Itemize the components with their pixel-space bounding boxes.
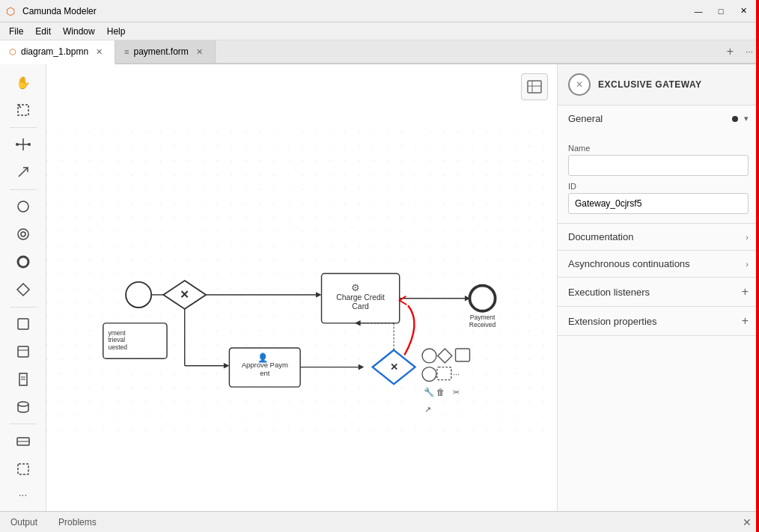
svg-text:Received: Received: [469, 321, 496, 328]
svg-text:trieval: trieval: [108, 336, 125, 343]
bottom-close[interactable]: ✕: [743, 516, 752, 528]
tab-payment-close[interactable]: ✕: [193, 46, 206, 58]
tab-bar: ⬡ diagram_1.bpmn ✕ ≡ payment.form ✕ + ··…: [0, 40, 759, 64]
tool-arrow[interactable]: [8, 160, 38, 185]
async-chevron: ›: [746, 260, 749, 269]
id-field-label: ID: [568, 182, 749, 191]
svg-rect-61: [437, 367, 451, 380]
tool-divider-4: [10, 424, 37, 424]
svg-text:ent: ent: [260, 369, 270, 377]
canvas[interactable]: ✕ yment trieval uested ⚙ Charge Credit C…: [46, 64, 557, 511]
right-panel: ✕ EXCLUSIVE GATEWAY General ▾ Name ID Do…: [557, 64, 759, 511]
general-section: General ▾ Name ID: [558, 106, 759, 224]
tool-rect-dashed[interactable]: [8, 456, 38, 481]
tool-hand[interactable]: ✋: [8, 70, 38, 95]
extension-section-title: Extension properties: [568, 316, 742, 327]
svg-point-5: [28, 143, 31, 146]
async-section-title: Asynchronous continuations: [568, 258, 746, 269]
svg-text:🗑: 🗑: [436, 388, 445, 397]
gateway-icon: ✕: [564, 69, 595, 100]
bottom-bar: Output Problems ✕: [0, 511, 759, 532]
id-field-input[interactable]: [568, 193, 749, 214]
svg-text:✂: ✂: [453, 388, 460, 397]
menu-bar: File Edit Window Help: [0, 22, 759, 40]
window-controls: — □ ✕: [689, 3, 753, 19]
tab-payment-icon: ≡: [124, 47, 129, 56]
tool-doc[interactable]: [8, 367, 38, 391]
tool-rect-task[interactable]: [8, 339, 38, 364]
svg-text:···: ···: [453, 370, 460, 379]
panel-title: EXCLUSIVE GATEWAY: [598, 79, 702, 90]
menu-window[interactable]: Window: [57, 25, 101, 38]
tool-rect-split[interactable]: [8, 429, 38, 453]
tool-circle-dot[interactable]: [8, 222, 38, 247]
tool-circle-bold[interactable]: [8, 250, 38, 275]
close-button[interactable]: ✕: [734, 3, 753, 19]
async-section-header[interactable]: Asynchronous continuations ›: [558, 251, 759, 277]
tool-connect[interactable]: [8, 132, 38, 157]
extension-section-header[interactable]: Extension properties +: [558, 307, 759, 335]
maximize-button[interactable]: □: [711, 3, 731, 19]
svg-text:Card: Card: [352, 302, 369, 311]
svg-text:✕: ✕: [180, 288, 189, 301]
tool-db[interactable]: [8, 394, 38, 419]
svg-rect-59: [456, 349, 470, 361]
tool-circle-empty[interactable]: [8, 195, 38, 219]
general-section-title: General: [568, 113, 732, 124]
listeners-section: Execution listeners +: [558, 278, 759, 307]
listeners-section-header[interactable]: Execution listeners +: [558, 278, 759, 306]
tab-payment-label: payment.form: [133, 46, 188, 57]
tool-divider-3: [10, 307, 37, 308]
problems-tab[interactable]: Problems: [55, 516, 100, 529]
title-bar: ⬡ Camunda Modeler — □ ✕: [0, 0, 759, 22]
tab-diagram-label: diagram_1.bpmn: [21, 46, 88, 57]
svg-point-8: [18, 229, 28, 239]
svg-point-7: [18, 201, 28, 212]
svg-text:⚙: ⚙: [351, 282, 360, 293]
listeners-plus[interactable]: +: [742, 285, 749, 299]
svg-rect-12: [18, 319, 28, 329]
svg-line-6: [19, 168, 28, 177]
tab-diagram-close[interactable]: ✕: [93, 46, 106, 58]
minimize-button[interactable]: —: [689, 3, 708, 19]
name-field-input[interactable]: [568, 155, 749, 176]
main-area: ✋: [0, 64, 759, 511]
tool-rect[interactable]: [8, 311, 38, 336]
extension-plus[interactable]: +: [742, 314, 749, 328]
red-accent: [756, 0, 759, 532]
svg-point-9: [21, 232, 25, 236]
async-section: Asynchronous continuations ›: [558, 251, 759, 278]
svg-text:🔧: 🔧: [424, 387, 435, 397]
tool-lasso[interactable]: [8, 98, 38, 123]
tab-diagram-icon: ⬡: [9, 47, 16, 57]
svg-point-60: [422, 367, 436, 382]
menu-edit[interactable]: Edit: [29, 25, 57, 38]
output-tab[interactable]: Output: [7, 516, 40, 529]
tab-diagram[interactable]: ⬡ diagram_1.bpmn ✕: [0, 40, 115, 64]
tool-more[interactable]: ···: [14, 484, 32, 505]
tab-add-button[interactable]: +: [721, 40, 740, 63]
general-section-body: Name ID: [558, 132, 759, 223]
svg-point-26: [126, 282, 151, 308]
menu-help[interactable]: Help: [101, 25, 132, 38]
tool-diamond[interactable]: [8, 278, 38, 302]
app-title: Camunda Modeler: [22, 6, 689, 16]
app-icon: ⬡: [6, 5, 18, 17]
svg-text:↗: ↗: [424, 405, 431, 414]
diagram-svg: ✕ yment trieval uested ⚙ Charge Credit C…: [46, 64, 557, 511]
general-section-header[interactable]: General ▾: [558, 106, 759, 132]
extension-section: Extension properties +: [558, 307, 759, 336]
svg-point-10: [18, 257, 28, 267]
svg-point-4: [16, 143, 19, 146]
panel-header: ✕ EXCLUSIVE GATEWAY: [558, 64, 759, 106]
documentation-section: Documentation ›: [558, 224, 759, 251]
svg-text:Charge Credit: Charge Credit: [336, 293, 385, 302]
name-field-label: Name: [568, 144, 749, 153]
menu-file[interactable]: File: [3, 25, 29, 38]
documentation-section-header[interactable]: Documentation ›: [558, 224, 759, 250]
svg-rect-13: [18, 346, 28, 357]
general-dot: [732, 116, 738, 122]
tool-divider-1: [10, 127, 37, 128]
documentation-section-title: Documentation: [568, 231, 746, 242]
tab-payment[interactable]: ≡ payment.form ✕: [115, 40, 216, 63]
